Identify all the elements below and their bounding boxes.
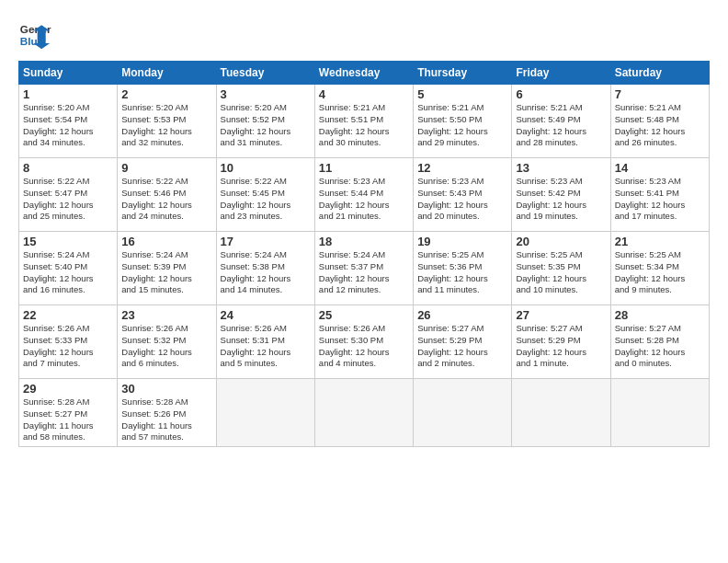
day-info: Sunrise: 5:24 AM Sunset: 5:38 PM Dayligh… bbox=[221, 249, 311, 296]
calendar-cell bbox=[512, 379, 610, 447]
day-header-thursday: Thursday bbox=[414, 62, 512, 85]
day-number: 24 bbox=[221, 308, 311, 322]
day-info: Sunrise: 5:23 AM Sunset: 5:42 PM Dayligh… bbox=[516, 176, 606, 223]
calendar-cell: 5Sunrise: 5:21 AM Sunset: 5:50 PM Daylig… bbox=[414, 85, 512, 158]
calendar-cell: 11Sunrise: 5:23 AM Sunset: 5:44 PM Dayli… bbox=[314, 158, 413, 232]
day-info: Sunrise: 5:26 AM Sunset: 5:30 PM Dayligh… bbox=[319, 323, 409, 370]
calendar-week-1: 8Sunrise: 5:22 AM Sunset: 5:47 PM Daylig… bbox=[19, 158, 710, 232]
calendar-cell: 17Sunrise: 5:24 AM Sunset: 5:38 PM Dayli… bbox=[216, 232, 314, 305]
day-info: Sunrise: 5:28 AM Sunset: 5:27 PM Dayligh… bbox=[23, 396, 113, 443]
day-number: 15 bbox=[23, 235, 113, 248]
calendar-cell: 1Sunrise: 5:20 AM Sunset: 5:54 PM Daylig… bbox=[19, 85, 118, 158]
day-info: Sunrise: 5:23 AM Sunset: 5:41 PM Dayligh… bbox=[615, 176, 705, 223]
calendar-cell: 26Sunrise: 5:27 AM Sunset: 5:29 PM Dayli… bbox=[414, 305, 512, 379]
day-number: 7 bbox=[615, 87, 705, 101]
day-info: Sunrise: 5:20 AM Sunset: 5:52 PM Dayligh… bbox=[221, 102, 311, 149]
calendar-cell bbox=[414, 379, 512, 447]
calendar-week-2: 15Sunrise: 5:24 AM Sunset: 5:40 PM Dayli… bbox=[19, 232, 710, 305]
calendar-cell: 20Sunrise: 5:25 AM Sunset: 5:35 PM Dayli… bbox=[512, 232, 610, 305]
day-number: 16 bbox=[121, 235, 211, 248]
calendar-cell bbox=[610, 379, 709, 447]
day-number: 17 bbox=[221, 235, 311, 248]
day-info: Sunrise: 5:22 AM Sunset: 5:46 PM Dayligh… bbox=[121, 176, 211, 223]
day-number: 26 bbox=[417, 308, 507, 322]
day-number: 22 bbox=[23, 308, 113, 322]
day-info: Sunrise: 5:21 AM Sunset: 5:50 PM Dayligh… bbox=[417, 102, 507, 149]
day-number: 12 bbox=[417, 161, 507, 175]
calendar-cell: 27Sunrise: 5:27 AM Sunset: 5:29 PM Dayli… bbox=[512, 305, 610, 379]
calendar-week-0: 1Sunrise: 5:20 AM Sunset: 5:54 PM Daylig… bbox=[19, 85, 710, 158]
day-number: 8 bbox=[23, 161, 113, 175]
day-info: Sunrise: 5:23 AM Sunset: 5:44 PM Dayligh… bbox=[319, 176, 409, 223]
calendar-week-3: 22Sunrise: 5:26 AM Sunset: 5:33 PM Dayli… bbox=[19, 305, 710, 379]
day-header-saturday: Saturday bbox=[610, 62, 709, 85]
day-info: Sunrise: 5:27 AM Sunset: 5:29 PM Dayligh… bbox=[516, 323, 606, 370]
day-info: Sunrise: 5:22 AM Sunset: 5:45 PM Dayligh… bbox=[221, 176, 311, 223]
day-number: 1 bbox=[23, 87, 113, 101]
calendar-cell: 6Sunrise: 5:21 AM Sunset: 5:49 PM Daylig… bbox=[512, 85, 610, 158]
day-info: Sunrise: 5:21 AM Sunset: 5:51 PM Dayligh… bbox=[319, 102, 409, 149]
day-info: Sunrise: 5:22 AM Sunset: 5:47 PM Dayligh… bbox=[23, 176, 113, 223]
calendar-cell: 19Sunrise: 5:25 AM Sunset: 5:36 PM Dayli… bbox=[414, 232, 512, 305]
day-info: Sunrise: 5:25 AM Sunset: 5:34 PM Dayligh… bbox=[615, 249, 705, 296]
calendar-cell: 25Sunrise: 5:26 AM Sunset: 5:30 PM Dayli… bbox=[314, 305, 413, 379]
day-info: Sunrise: 5:25 AM Sunset: 5:35 PM Dayligh… bbox=[516, 249, 606, 296]
day-header-tuesday: Tuesday bbox=[216, 62, 314, 85]
day-info: Sunrise: 5:24 AM Sunset: 5:37 PM Dayligh… bbox=[319, 249, 409, 296]
calendar-cell: 7Sunrise: 5:21 AM Sunset: 5:48 PM Daylig… bbox=[610, 85, 709, 158]
day-info: Sunrise: 5:20 AM Sunset: 5:53 PM Dayligh… bbox=[121, 102, 211, 149]
calendar-cell: 15Sunrise: 5:24 AM Sunset: 5:40 PM Dayli… bbox=[19, 232, 118, 305]
calendar-body: 1Sunrise: 5:20 AM Sunset: 5:54 PM Daylig… bbox=[19, 85, 710, 447]
day-info: Sunrise: 5:26 AM Sunset: 5:33 PM Dayligh… bbox=[23, 323, 113, 370]
day-number: 19 bbox=[417, 235, 507, 248]
day-number: 25 bbox=[319, 308, 409, 322]
calendar-cell: 3Sunrise: 5:20 AM Sunset: 5:52 PM Daylig… bbox=[216, 85, 314, 158]
day-info: Sunrise: 5:24 AM Sunset: 5:40 PM Dayligh… bbox=[23, 249, 113, 296]
calendar-cell: 4Sunrise: 5:21 AM Sunset: 5:51 PM Daylig… bbox=[314, 85, 413, 158]
day-info: Sunrise: 5:25 AM Sunset: 5:36 PM Dayligh… bbox=[417, 249, 507, 296]
day-number: 29 bbox=[23, 382, 113, 396]
logo-icon: General Blue bbox=[18, 18, 51, 52]
calendar-cell: 8Sunrise: 5:22 AM Sunset: 5:47 PM Daylig… bbox=[19, 158, 118, 232]
day-header-friday: Friday bbox=[512, 62, 610, 85]
day-number: 11 bbox=[319, 161, 409, 175]
day-number: 2 bbox=[121, 87, 211, 101]
calendar-cell: 9Sunrise: 5:22 AM Sunset: 5:46 PM Daylig… bbox=[118, 158, 216, 232]
calendar-cell: 24Sunrise: 5:26 AM Sunset: 5:31 PM Dayli… bbox=[216, 305, 314, 379]
day-header-sunday: Sunday bbox=[19, 62, 118, 85]
calendar-table: SundayMondayTuesdayWednesdayThursdayFrid… bbox=[18, 61, 710, 447]
calendar-cell bbox=[314, 379, 413, 447]
day-info: Sunrise: 5:27 AM Sunset: 5:28 PM Dayligh… bbox=[615, 323, 705, 370]
day-header-monday: Monday bbox=[118, 62, 216, 85]
calendar-cell: 10Sunrise: 5:22 AM Sunset: 5:45 PM Dayli… bbox=[216, 158, 314, 232]
calendar-week-4: 29Sunrise: 5:28 AM Sunset: 5:27 PM Dayli… bbox=[19, 379, 710, 447]
day-number: 9 bbox=[121, 161, 211, 175]
calendar-cell: 13Sunrise: 5:23 AM Sunset: 5:42 PM Dayli… bbox=[512, 158, 610, 232]
day-number: 18 bbox=[319, 235, 409, 248]
day-info: Sunrise: 5:28 AM Sunset: 5:26 PM Dayligh… bbox=[121, 396, 211, 443]
day-number: 14 bbox=[615, 161, 705, 175]
calendar-cell: 16Sunrise: 5:24 AM Sunset: 5:39 PM Dayli… bbox=[118, 232, 216, 305]
day-info: Sunrise: 5:26 AM Sunset: 5:31 PM Dayligh… bbox=[221, 323, 311, 370]
calendar-cell: 23Sunrise: 5:26 AM Sunset: 5:32 PM Dayli… bbox=[118, 305, 216, 379]
calendar-cell: 30Sunrise: 5:28 AM Sunset: 5:26 PM Dayli… bbox=[118, 379, 216, 447]
day-info: Sunrise: 5:27 AM Sunset: 5:29 PM Dayligh… bbox=[417, 323, 507, 370]
calendar-page: General Blue SundayMondayTuesdayWednesda… bbox=[0, 0, 728, 456]
day-number: 30 bbox=[121, 382, 211, 396]
header: General Blue bbox=[18, 18, 710, 52]
day-number: 20 bbox=[516, 235, 606, 248]
calendar-cell: 12Sunrise: 5:23 AM Sunset: 5:43 PM Dayli… bbox=[414, 158, 512, 232]
day-info: Sunrise: 5:21 AM Sunset: 5:48 PM Dayligh… bbox=[615, 102, 705, 149]
calendar-cell: 29Sunrise: 5:28 AM Sunset: 5:27 PM Dayli… bbox=[19, 379, 118, 447]
calendar-cell: 2Sunrise: 5:20 AM Sunset: 5:53 PM Daylig… bbox=[118, 85, 216, 158]
day-number: 23 bbox=[121, 308, 211, 322]
day-number: 4 bbox=[319, 87, 409, 101]
calendar-cell: 18Sunrise: 5:24 AM Sunset: 5:37 PM Dayli… bbox=[314, 232, 413, 305]
day-number: 13 bbox=[516, 161, 606, 175]
logo: General Blue bbox=[18, 18, 51, 52]
day-info: Sunrise: 5:26 AM Sunset: 5:32 PM Dayligh… bbox=[121, 323, 211, 370]
day-number: 10 bbox=[221, 161, 311, 175]
day-info: Sunrise: 5:24 AM Sunset: 5:39 PM Dayligh… bbox=[121, 249, 211, 296]
calendar-cell bbox=[216, 379, 314, 447]
day-number: 21 bbox=[615, 235, 705, 248]
